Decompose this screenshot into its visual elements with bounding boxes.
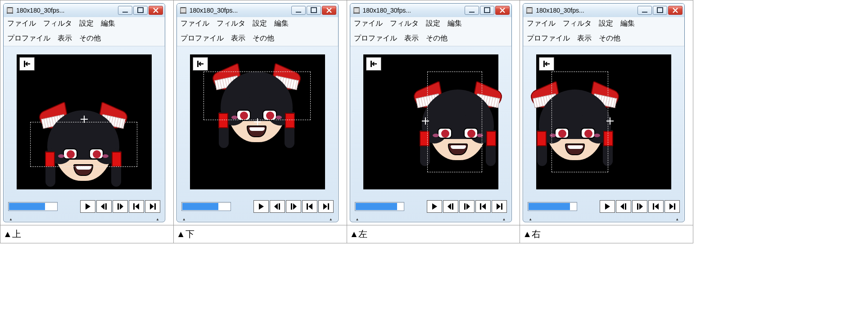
menu-edit[interactable]: 編集 bbox=[101, 19, 115, 28]
selection-marquee[interactable] bbox=[427, 72, 482, 172]
goto-end-button[interactable] bbox=[492, 200, 507, 213]
preview-canvas[interactable] bbox=[17, 54, 152, 189]
svg-rect-7 bbox=[7, 12, 8, 13]
menu-filter[interactable]: フィルタ bbox=[43, 19, 72, 28]
menu-other[interactable]: その他 bbox=[253, 34, 274, 43]
minimize-icon bbox=[468, 6, 476, 14]
step-back-button[interactable] bbox=[270, 200, 285, 213]
close-button[interactable] bbox=[668, 6, 683, 15]
step-back-button[interactable] bbox=[616, 200, 631, 213]
titlebar[interactable]: 180x180_30fps... bbox=[4, 4, 165, 17]
play-button[interactable] bbox=[600, 200, 615, 213]
seek-slider[interactable] bbox=[528, 202, 577, 211]
goto-start-button[interactable] bbox=[475, 200, 491, 213]
selection-marquee[interactable] bbox=[30, 122, 137, 167]
menu-profile[interactable]: プロファイル bbox=[181, 34, 224, 43]
rewind-to-start-icon bbox=[23, 60, 31, 68]
step-forward-button[interactable] bbox=[286, 200, 301, 213]
maximize-button[interactable] bbox=[480, 6, 494, 15]
menu-settings[interactable]: 設定 bbox=[426, 19, 440, 28]
close-button[interactable] bbox=[495, 6, 510, 15]
menu-other[interactable]: その他 bbox=[79, 34, 101, 43]
rewind-to-start-icon bbox=[542, 60, 551, 68]
step-forward-icon bbox=[636, 202, 644, 211]
svg-rect-47 bbox=[359, 9, 360, 10]
step-forward-icon bbox=[463, 202, 471, 211]
play-button[interactable] bbox=[80, 200, 95, 213]
menu-settings[interactable]: 設定 bbox=[599, 19, 613, 28]
titlebar[interactable]: 180x180_30fps... bbox=[350, 4, 511, 17]
goto-start-button[interactable] bbox=[648, 200, 664, 213]
close-button[interactable] bbox=[322, 6, 336, 15]
menu-file[interactable]: ファイル bbox=[527, 19, 556, 28]
titlebar[interactable]: 180x180_30fps... bbox=[523, 4, 684, 17]
playback-controls bbox=[523, 197, 684, 217]
rewind-to-start-button[interactable] bbox=[193, 57, 208, 71]
titlebar[interactable]: 180x180_30fps... bbox=[177, 4, 338, 17]
maximize-button[interactable] bbox=[307, 6, 321, 15]
close-button[interactable] bbox=[149, 6, 163, 15]
preview-canvas[interactable] bbox=[363, 54, 498, 189]
step-back-button[interactable] bbox=[96, 200, 112, 213]
preview-canvas[interactable] bbox=[536, 54, 671, 189]
menu-other[interactable]: その他 bbox=[426, 34, 448, 43]
app-window: 180x180_30fps... ファイル フィルタ 設定 編 bbox=[3, 3, 165, 222]
minimize-button[interactable] bbox=[637, 6, 652, 15]
goto-end-button[interactable] bbox=[318, 200, 334, 213]
selection-marquee[interactable] bbox=[203, 72, 311, 120]
menu-settings[interactable]: 設定 bbox=[253, 19, 267, 28]
menu-profile[interactable]: プロファイル bbox=[354, 34, 397, 43]
window-title: 180x180_30fps... bbox=[363, 7, 465, 14]
play-button[interactable] bbox=[427, 200, 442, 213]
rewind-to-start-icon bbox=[370, 60, 378, 68]
seek-slider[interactable] bbox=[181, 202, 231, 211]
goto-start-button[interactable] bbox=[302, 200, 317, 213]
minimize-icon bbox=[294, 6, 303, 14]
minimize-button[interactable] bbox=[465, 6, 479, 15]
step-forward-button[interactable] bbox=[459, 200, 475, 213]
goto-end-button[interactable] bbox=[145, 200, 160, 213]
svg-rect-63 bbox=[526, 10, 527, 11]
preview-canvas[interactable] bbox=[190, 54, 325, 189]
minimize-button[interactable] bbox=[118, 6, 132, 15]
menu-file[interactable]: ファイル bbox=[7, 19, 36, 28]
step-back-button[interactable] bbox=[443, 200, 458, 213]
minimize-button[interactable] bbox=[291, 6, 306, 15]
play-button[interactable] bbox=[253, 200, 269, 213]
menu-filter[interactable]: フィルタ bbox=[563, 19, 592, 28]
menu-filter[interactable]: フィルタ bbox=[217, 19, 245, 28]
goto-start-button[interactable] bbox=[129, 200, 144, 213]
menu-view[interactable]: 表示 bbox=[58, 34, 72, 43]
menu-edit[interactable]: 編集 bbox=[274, 19, 289, 28]
menu-profile[interactable]: プロファイル bbox=[527, 34, 570, 43]
maximize-button[interactable] bbox=[653, 6, 667, 15]
svg-rect-13 bbox=[138, 8, 143, 13]
maximize-button[interactable] bbox=[133, 6, 148, 15]
rewind-to-start-button[interactable] bbox=[19, 57, 35, 71]
menu-edit[interactable]: 編集 bbox=[448, 19, 462, 28]
rewind-to-start-button[interactable] bbox=[366, 57, 381, 71]
goto-end-icon bbox=[149, 202, 157, 211]
step-forward-button[interactable] bbox=[113, 200, 128, 213]
rewind-to-start-icon bbox=[196, 60, 204, 68]
goto-end-button[interactable] bbox=[665, 200, 680, 213]
seek-slider[interactable] bbox=[8, 202, 58, 211]
menu-file[interactable]: ファイル bbox=[354, 19, 383, 28]
menu-profile[interactable]: プロファイル bbox=[7, 34, 50, 43]
selection-marquee[interactable] bbox=[552, 72, 608, 172]
menu-filter[interactable]: フィルタ bbox=[390, 19, 419, 28]
rewind-to-start-button[interactable] bbox=[539, 57, 554, 71]
menu-view[interactable]: 表示 bbox=[577, 34, 592, 43]
step-forward-button[interactable] bbox=[632, 200, 647, 213]
menu-edit[interactable]: 編集 bbox=[620, 19, 635, 28]
svg-rect-10 bbox=[12, 10, 13, 11]
menu-view[interactable]: 表示 bbox=[404, 34, 419, 43]
step-back-icon bbox=[273, 202, 281, 211]
menu-file[interactable]: ファイル bbox=[181, 19, 209, 28]
menu-settings[interactable]: 設定 bbox=[79, 19, 94, 28]
menu-other[interactable]: その他 bbox=[599, 34, 620, 43]
seek-slider[interactable] bbox=[355, 202, 404, 211]
svg-rect-8 bbox=[12, 8, 13, 9]
menu-view[interactable]: 表示 bbox=[231, 34, 245, 43]
app-window: 180x180_30fps... ファイル フィルタ 設定 編 bbox=[350, 3, 512, 222]
